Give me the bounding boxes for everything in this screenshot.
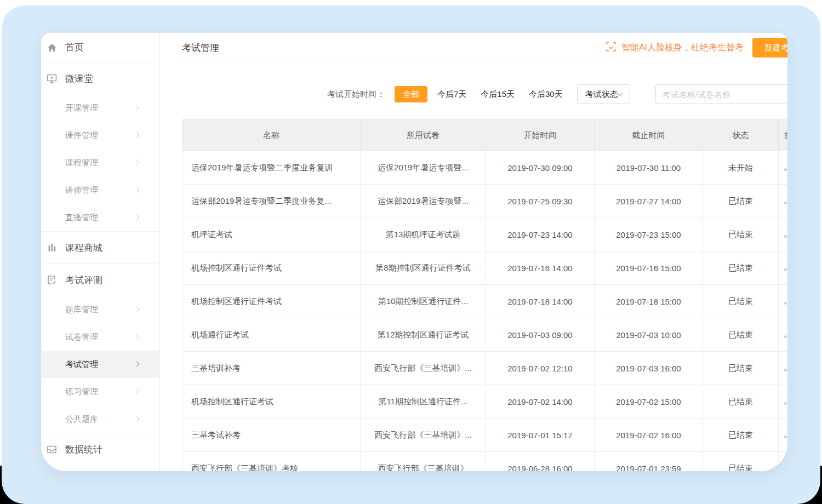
table-row: 机场控制区通行证件考试 第8期控制区通行证件考试 2019-07-16 14:0… [182,251,788,285]
chevron-right-icon [134,160,140,165]
sidebar-subitem-public-bank[interactable]: 公共题库 [41,405,159,433]
exam-end-time: 2019-07-18 15:00 [595,285,703,318]
exam-name: 机场控制区通行证件考试 [182,285,361,318]
sidebar-item-data-stats[interactable]: 数据统计 [41,433,159,465]
exam-paper: 第13期机坪证考试题 [361,218,486,251]
table-row: 机坪证考试 第13期机坪证考试题 2019-07-23 14:00 2019-0… [182,218,788,251]
row-actions[interactable] [779,419,788,452]
sidebar-subitem-label: 试卷管理 [65,332,98,342]
sidebar-subitem-course-open[interactable]: 开课管理 [41,94,159,122]
chevron-right-icon [134,307,140,312]
row-actions[interactable] [779,185,788,218]
status-badge: 已结束 [703,285,779,318]
exam-paper: 西安飞行部《三基培训》 [361,452,486,472]
sidebar: 首页 微课堂 开课管理 课件管理 课程管理 讲师管理 [41,33,160,471]
status-badge: 已结束 [703,218,779,251]
status-badge: 已结束 [703,452,779,472]
row-actions[interactable] [779,151,788,185]
new-exam-button[interactable]: 新建考试 [752,38,787,58]
exam-end-time: 2019-07-02 15:00 [595,385,703,419]
action-icon [784,268,787,271]
exam-start-time: 2019-07-18 14:00 [486,285,595,318]
sidebar-subitem-course-mgmt[interactable]: 课程管理 [41,149,159,176]
exam-paper: 西安飞行部《三基培训》... [361,419,486,452]
screen-play-icon [46,73,58,84]
exam-start-time: 2019-07-30 09:00 [486,151,595,185]
exam-start-time: 2019-07-03 09:00 [486,318,595,352]
col-header-start-time: 开始时间 [486,120,595,151]
table-header-row: 名称 所用试卷 开始时间 截止时间 状态 操作 [182,120,788,151]
exam-start-time: 2019-07-23 14:00 [486,218,595,251]
sidebar-item-label: 数据统计 [65,443,102,456]
page-title: 考试管理 [182,42,219,54]
row-actions[interactable] [779,318,788,352]
exam-name: 机坪证考试 [182,218,361,251]
exam-paper: 第12期控制区通行证考试 [361,318,486,352]
exam-paper: 第8期控制区通行证件考试 [361,251,486,285]
sidebar-subitem-live-mgmt[interactable]: 直播管理 [41,204,159,231]
exam-start-time: 2019-07-02 14:00 [486,385,595,419]
exam-name: 运保部2019暑运专项暨二季度业务复... [182,185,361,218]
chevron-right-icon [134,133,140,138]
time-filter-next-30-days[interactable]: 今后30天 [529,89,563,100]
sidebar-subitem-paper-mgmt[interactable]: 试卷管理 [41,323,159,351]
row-actions[interactable] [779,352,788,385]
exam-name: 西安飞行部《三基培训》考核 [182,452,361,472]
sidebar-subitem-practice-mgmt[interactable]: 练习管理 [41,378,159,405]
exam-start-time: 2019-06-28 16:00 [486,452,595,472]
exam-end-time: 2019-07-01 23:59 [595,452,703,472]
exam-paper: 第11期控制区通行证件... [361,385,486,419]
row-actions[interactable] [779,251,788,285]
page-header: 考试管理 智能AI人脸核身，杜绝考生替考 [160,33,787,62]
sidebar-item-label: 微课堂 [65,72,93,85]
sidebar-item-label: 课程商城 [65,242,102,254]
sidebar-subitem-label: 题库管理 [65,305,98,315]
exam-name: 机场控制区通行证件考试 [182,251,361,285]
filter-bar: 考试开始时间： 全部 今后7天 今后15天 今后30天 考试状态 [327,84,787,104]
sidebar-subitem-courseware[interactable]: 课件管理 [41,122,159,149]
exam-start-time: 2019-07-25 09:30 [486,185,595,218]
main-card: 首页 微课堂 开课管理 课件管理 课程管理 讲师管理 [41,33,787,471]
search-input[interactable] [655,84,787,104]
exam-end-time: 2019-07-03 10:00 [595,318,703,352]
sidebar-item-course-mall[interactable]: 课程商城 [41,232,159,264]
ai-notice-text: 智能AI人脸核身，杜绝考生替考 [621,42,744,54]
sidebar-subitem-question-bank[interactable]: 题库管理 [41,296,159,323]
row-actions[interactable] [779,218,788,251]
chevron-right-icon [134,389,140,394]
shelf-bars-icon [46,242,58,254]
exam-table: 名称 所用试卷 开始时间 截止时间 状态 操作 运保2019年暑运专项暨二季度业… [182,119,787,471]
exam-end-time: 2019-07-02 16:00 [595,419,703,452]
sidebar-subitem-lecturer-mgmt[interactable]: 讲师管理 [41,176,159,204]
sidebar-item-micro-class[interactable]: 微课堂 [41,62,159,94]
exam-end-time: 2019-07-03 16:00 [595,352,703,385]
exam-paper: 第10期控制区通行证件... [361,285,486,318]
exam-status-select[interactable]: 考试状态 [577,84,630,104]
home-icon [46,42,58,53]
sidebar-item-home[interactable]: 首页 [41,33,159,62]
status-badge: 已结束 [703,251,779,285]
sidebar-item-exam-eval[interactable]: 考试评测 [41,264,159,296]
sidebar-subitem-label: 课件管理 [65,130,98,141]
header-actions: 智能AI人脸核身，杜绝考生替考 新建考试 [605,38,787,58]
table-row: 三基培训补考 西安飞行部《三基培训》... 2019-07-02 12:10 2… [182,352,788,385]
status-badge: 已结束 [703,185,779,218]
sidebar-subitem-label: 公共题库 [65,414,98,425]
status-badge: 已结束 [703,419,779,452]
main-content: 考试管理 智能AI人脸核身，杜绝考生替考 [160,33,787,471]
exam-start-time: 2019-07-01 15:17 [486,419,595,452]
chevron-right-icon [134,105,140,111]
col-header-action: 操作 [779,120,788,151]
exam-end-time: 2019-07-16 15:00 [595,251,703,285]
time-filter-next-15-days[interactable]: 今后15天 [481,89,515,100]
action-icon [784,369,787,371]
col-header-paper: 所用试卷 [361,120,486,151]
sidebar-subitem-label: 开课管理 [65,103,98,113]
row-actions[interactable] [779,285,788,318]
time-filter-all[interactable]: 全部 [395,86,427,102]
sidebar-subitem-exam-mgmt[interactable]: 考试管理 [41,351,159,378]
exam-name: 运保2019年暑运专项暨二季度业务复训 [182,151,361,185]
col-header-name: 名称 [182,120,361,151]
time-filter-next-7-days[interactable]: 今后7天 [437,89,466,100]
row-actions[interactable] [779,385,788,419]
